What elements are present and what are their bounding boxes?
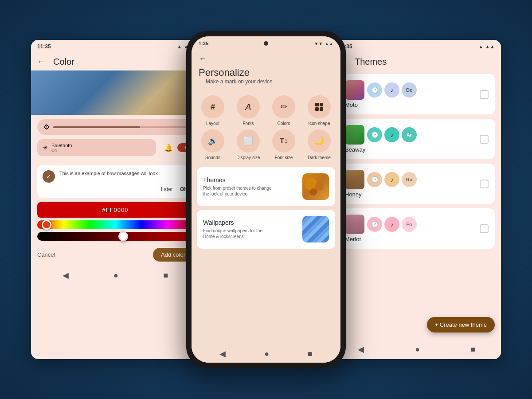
back-arrow-left[interactable]: ← (37, 57, 45, 66)
brightness-row: ⚙ (37, 119, 193, 135)
create-theme-button[interactable]: + Create new theme (427, 317, 495, 332)
honey-wallpaper (345, 170, 364, 189)
personalize-grid: # Layout A Fonts ✏ Colors (192, 92, 340, 164)
front-camera (264, 41, 268, 46)
moto-theme-name: Moto (345, 102, 417, 108)
spectrum-thumb[interactable] (42, 220, 51, 230)
left-header: ← Color (31, 53, 200, 70)
honey-icon-2: ♪ (384, 172, 399, 187)
svg-rect-0 (315, 103, 319, 106)
center-navbar: ◀ ● ■ (192, 345, 340, 363)
seaway-theme-name: Seaway (345, 146, 417, 153)
theme-card-merlot[interactable]: 🕐 ♪ Fo Merlot (339, 208, 495, 249)
theme-card-moto[interactable]: 🕐 ♪ De Moto (339, 74, 495, 114)
message-actions: Later OK (43, 186, 188, 192)
right-header: ← Themes (332, 53, 501, 70)
moto-icon-1: 🕐 (367, 82, 382, 98)
screens-container: 11:35 ▲ ▲▲ ← Color ⚙ ✳ (22, 18, 510, 381)
merlot-wallpaper (345, 215, 364, 234)
dark-thumb[interactable] (118, 231, 128, 241)
seaway-icons: 🕐 ♪ Ar (367, 127, 417, 142)
honey-checkbox[interactable] (480, 180, 489, 188)
recents-nav-btn[interactable]: ■ (163, 271, 168, 280)
personalize-item-icon-shape[interactable]: Icon shape (303, 95, 335, 126)
wifi-icon: ▼▼ (314, 41, 323, 46)
bluetooth-status: On (51, 148, 72, 153)
merlot-checkbox[interactable] (480, 224, 489, 233)
spectrum-slider[interactable] (37, 220, 193, 229)
center-status-icons: ▼▼ ▲▲ (314, 41, 333, 46)
wallpapers-thumbnail (302, 216, 329, 243)
center-back-nav[interactable]: ◀ (219, 349, 226, 359)
cancel-button[interactable]: Cancel (37, 251, 55, 258)
center-home-nav[interactable]: ● (264, 349, 269, 359)
message-text: This is an example of how massages will … (59, 170, 158, 177)
right-screen: 11:35 ▲ ▲▲ ← Themes 🕐 ♪ (332, 40, 501, 359)
svg-point-6 (310, 188, 317, 196)
sounds-label: Sounds (205, 155, 220, 160)
wallpapers-section-card[interactable]: Wallpapers Find unique wallpapers for th… (197, 210, 335, 249)
right-back-nav[interactable]: ◀ (358, 344, 364, 354)
center-status-bar: 1:35 ▼▼ ▲▲ (192, 36, 340, 51)
themes-section-title: Themes (203, 176, 274, 184)
center-back-arrow[interactable]: ← (199, 54, 207, 63)
wifi-icon: ▲ (478, 44, 483, 49)
personalize-item-font-size[interactable]: T↕ Font size (268, 129, 300, 160)
seaway-checkbox[interactable] (480, 135, 489, 144)
moto-previews: 🕐 ♪ De (345, 80, 417, 100)
honey-icon-1: 🕐 (367, 172, 382, 187)
brightness-icon: ⚙ (43, 123, 50, 131)
personalize-item-sounds[interactable]: 🔉 Sounds (197, 129, 229, 160)
left-status-bar: 11:35 ▲ ▲▲ (31, 40, 200, 53)
center-status-time: 1:35 (199, 41, 208, 46)
left-screen: 11:35 ▲ ▲▲ ← Color ⚙ ✳ (31, 40, 200, 359)
left-navbar: ◀ ● ■ (31, 267, 200, 284)
center-phone-screen: 1:35 ▼▼ ▲▲ ← Personalize Make a mark on … (192, 36, 340, 363)
back-nav-btn[interactable]: ◀ (63, 270, 69, 280)
icon-shape-label: Icon shape (309, 121, 330, 126)
themes-section-card[interactable]: Themes Pick from preset themes to change… (197, 167, 335, 206)
honey-icons: 🕐 ♪ Ro (367, 172, 417, 187)
honey-icon-3: Ro (402, 172, 417, 187)
bluetooth-label: Bluetooth (51, 143, 72, 148)
message-card: ✓ This is an example of how massages wil… (37, 165, 193, 198)
merlot-icon-3: Fo (402, 217, 417, 232)
later-button[interactable]: Later (161, 186, 173, 192)
seaway-icon-3: Ar (402, 127, 417, 142)
personalize-item-layout[interactable]: # Layout (197, 95, 229, 126)
color-hex-display: #FF0000 (37, 202, 193, 218)
seaway-previews: 🕐 ♪ Ar (345, 125, 417, 145)
personalize-item-display-size[interactable]: ⬜ Display size (232, 129, 264, 160)
moto-wallpaper (345, 80, 364, 100)
svg-rect-2 (315, 107, 319, 111)
themes-section-desc: Pick from preset themes to change the lo… (203, 185, 274, 197)
icon-shape-icon (308, 95, 331, 118)
check-circle-icon: ✓ (43, 170, 55, 183)
theme-card-seaway[interactable]: 🕐 ♪ Ar Seaway (339, 119, 495, 159)
right-recents-nav[interactable]: ■ (471, 345, 476, 354)
center-phone-frame: 1:35 ▼▼ ▲▲ ← Personalize Make a mark on … (186, 31, 346, 368)
honey-previews: 🕐 ♪ Ro (345, 170, 417, 189)
layout-label: Layout (206, 121, 219, 126)
wallpapers-section-title: Wallpapers (203, 219, 274, 226)
dark-theme-label: Dark theme (308, 155, 331, 160)
themes-thumbnail (302, 173, 329, 200)
brightness-track[interactable] (53, 126, 187, 128)
honey-theme-name: Honey (345, 191, 417, 198)
center-recents-nav[interactable]: ■ (308, 349, 313, 359)
center-screen-subtitle: Make a mark on your device (199, 78, 333, 90)
dark-slider[interactable] (37, 232, 193, 241)
personalize-item-colors[interactable]: ✏ Colors (268, 95, 300, 126)
right-home-nav[interactable]: ● (415, 345, 420, 354)
merlot-icon-2: ♪ (384, 217, 399, 232)
home-nav-btn[interactable]: ● (113, 271, 118, 280)
theme-card-honey[interactable]: 🕐 ♪ Ro Honey (339, 164, 495, 204)
right-status-icons: ▲ ▲▲ (478, 44, 495, 49)
personalize-item-dark-theme[interactable]: 🌙 Dark theme (303, 129, 335, 160)
personalize-item-fonts[interactable]: A Fonts (232, 95, 264, 126)
moto-checkbox[interactable] (480, 90, 489, 99)
wallpapers-section-desc: Find unique wallpapers for the Home & lo… (203, 228, 274, 239)
message-row: ✓ This is an example of how massages wil… (43, 170, 188, 183)
colors-icon: ✏ (272, 95, 295, 118)
fonts-icon: A (237, 95, 260, 118)
